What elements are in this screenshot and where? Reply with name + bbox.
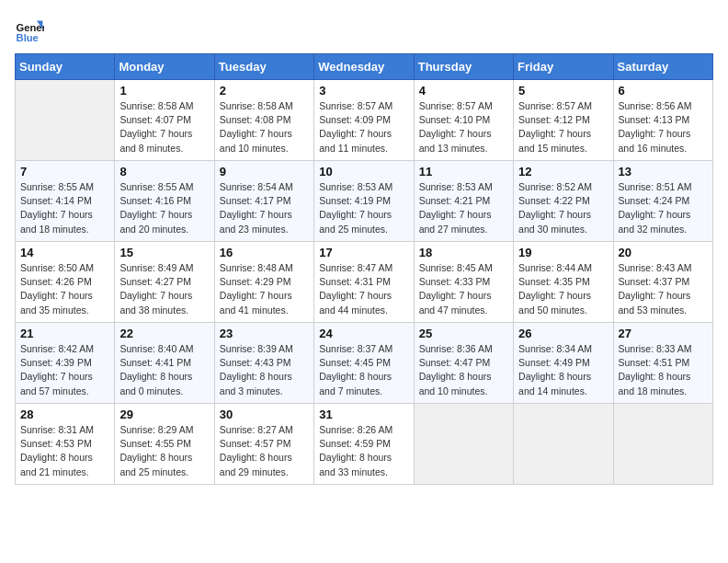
weekday-header: Sunday bbox=[16, 54, 115, 80]
day-info: Sunrise: 8:56 AM Sunset: 4:13 PM Dayligh… bbox=[619, 99, 708, 155]
calendar-cell: 24Sunrise: 8:37 AM Sunset: 4:45 PM Dayli… bbox=[314, 323, 414, 404]
day-number: 29 bbox=[119, 408, 209, 421]
day-number: 5 bbox=[518, 84, 608, 98]
day-number: 27 bbox=[619, 327, 708, 340]
day-number: 30 bbox=[220, 408, 309, 421]
day-info: Sunrise: 8:36 AM Sunset: 4:47 PM Dayligh… bbox=[419, 342, 508, 398]
day-info: Sunrise: 8:47 AM Sunset: 4:31 PM Dayligh… bbox=[319, 261, 408, 317]
day-info: Sunrise: 8:40 AM Sunset: 4:41 PM Dayligh… bbox=[119, 342, 209, 398]
day-info: Sunrise: 8:48 AM Sunset: 4:29 PM Dayligh… bbox=[220, 261, 309, 317]
day-info: Sunrise: 8:53 AM Sunset: 4:19 PM Dayligh… bbox=[319, 180, 408, 236]
day-number: 13 bbox=[619, 165, 708, 178]
day-info: Sunrise: 8:57 AM Sunset: 4:10 PM Dayligh… bbox=[419, 99, 508, 155]
day-number: 19 bbox=[518, 246, 608, 259]
calendar-cell: 10Sunrise: 8:53 AM Sunset: 4:19 PM Dayli… bbox=[314, 161, 414, 242]
page-header: General Blue bbox=[15, 15, 713, 44]
day-info: Sunrise: 8:55 AM Sunset: 4:16 PM Dayligh… bbox=[119, 180, 209, 236]
calendar-cell: 23Sunrise: 8:39 AM Sunset: 4:43 PM Dayli… bbox=[214, 323, 313, 404]
day-number: 8 bbox=[119, 165, 209, 178]
calendar-cell bbox=[613, 404, 712, 485]
calendar-cell bbox=[514, 404, 613, 485]
calendar-cell: 25Sunrise: 8:36 AM Sunset: 4:47 PM Dayli… bbox=[414, 323, 513, 404]
weekday-header: Wednesday bbox=[314, 54, 414, 80]
calendar-cell: 15Sunrise: 8:49 AM Sunset: 4:27 PM Dayli… bbox=[115, 242, 214, 323]
weekday-header: Tuesday bbox=[214, 54, 313, 80]
calendar-cell: 4Sunrise: 8:57 AM Sunset: 4:10 PM Daylig… bbox=[414, 80, 513, 161]
logo-icon: General Blue bbox=[15, 15, 44, 44]
day-number: 1 bbox=[119, 84, 209, 98]
weekday-header: Saturday bbox=[613, 54, 712, 80]
day-info: Sunrise: 8:39 AM Sunset: 4:43 PM Dayligh… bbox=[220, 342, 309, 398]
day-number: 12 bbox=[518, 165, 608, 178]
day-number: 7 bbox=[20, 165, 109, 178]
weekday-header-row: SundayMondayTuesdayWednesdayThursdayFrid… bbox=[16, 54, 713, 80]
calendar-cell bbox=[16, 80, 115, 161]
day-info: Sunrise: 8:55 AM Sunset: 4:14 PM Dayligh… bbox=[20, 180, 109, 236]
calendar-week-row: 7Sunrise: 8:55 AM Sunset: 4:14 PM Daylig… bbox=[16, 161, 713, 242]
calendar-cell: 11Sunrise: 8:53 AM Sunset: 4:21 PM Dayli… bbox=[414, 161, 513, 242]
svg-text:Blue: Blue bbox=[17, 32, 39, 43]
day-number: 2 bbox=[220, 84, 309, 98]
day-number: 23 bbox=[220, 327, 309, 340]
day-number: 3 bbox=[319, 84, 408, 98]
day-number: 11 bbox=[419, 165, 508, 178]
calendar-cell: 2Sunrise: 8:58 AM Sunset: 4:08 PM Daylig… bbox=[214, 80, 313, 161]
weekday-header: Thursday bbox=[414, 54, 513, 80]
calendar-cell: 6Sunrise: 8:56 AM Sunset: 4:13 PM Daylig… bbox=[613, 80, 712, 161]
calendar-cell: 28Sunrise: 8:31 AM Sunset: 4:53 PM Dayli… bbox=[16, 404, 115, 485]
day-number: 24 bbox=[319, 327, 408, 340]
calendar-cell: 9Sunrise: 8:54 AM Sunset: 4:17 PM Daylig… bbox=[214, 161, 313, 242]
weekday-header: Friday bbox=[514, 54, 613, 80]
day-number: 9 bbox=[220, 165, 309, 178]
day-info: Sunrise: 8:58 AM Sunset: 4:08 PM Dayligh… bbox=[220, 99, 309, 155]
day-info: Sunrise: 8:37 AM Sunset: 4:45 PM Dayligh… bbox=[319, 342, 408, 398]
calendar-cell: 26Sunrise: 8:34 AM Sunset: 4:49 PM Dayli… bbox=[514, 323, 613, 404]
logo: General Blue bbox=[15, 15, 44, 44]
calendar-week-row: 28Sunrise: 8:31 AM Sunset: 4:53 PM Dayli… bbox=[16, 404, 713, 485]
day-number: 21 bbox=[20, 327, 109, 340]
calendar-cell: 5Sunrise: 8:57 AM Sunset: 4:12 PM Daylig… bbox=[514, 80, 613, 161]
day-number: 4 bbox=[419, 84, 508, 98]
day-info: Sunrise: 8:44 AM Sunset: 4:35 PM Dayligh… bbox=[518, 261, 608, 317]
calendar-cell: 1Sunrise: 8:58 AM Sunset: 4:07 PM Daylig… bbox=[115, 80, 214, 161]
calendar-cell: 12Sunrise: 8:52 AM Sunset: 4:22 PM Dayli… bbox=[514, 161, 613, 242]
day-info: Sunrise: 8:42 AM Sunset: 4:39 PM Dayligh… bbox=[20, 342, 109, 398]
day-number: 26 bbox=[518, 327, 608, 340]
calendar-cell: 20Sunrise: 8:43 AM Sunset: 4:37 PM Dayli… bbox=[613, 242, 712, 323]
day-info: Sunrise: 8:34 AM Sunset: 4:49 PM Dayligh… bbox=[518, 342, 608, 398]
day-number: 6 bbox=[619, 84, 708, 98]
day-info: Sunrise: 8:50 AM Sunset: 4:26 PM Dayligh… bbox=[20, 261, 109, 317]
day-info: Sunrise: 8:52 AM Sunset: 4:22 PM Dayligh… bbox=[518, 180, 608, 236]
day-info: Sunrise: 8:53 AM Sunset: 4:21 PM Dayligh… bbox=[419, 180, 508, 236]
calendar-cell: 7Sunrise: 8:55 AM Sunset: 4:14 PM Daylig… bbox=[16, 161, 115, 242]
day-number: 25 bbox=[419, 327, 508, 340]
day-info: Sunrise: 8:33 AM Sunset: 4:51 PM Dayligh… bbox=[619, 342, 708, 398]
calendar-week-row: 21Sunrise: 8:42 AM Sunset: 4:39 PM Dayli… bbox=[16, 323, 713, 404]
calendar-table: SundayMondayTuesdayWednesdayThursdayFrid… bbox=[15, 53, 713, 485]
day-info: Sunrise: 8:57 AM Sunset: 4:09 PM Dayligh… bbox=[319, 99, 408, 155]
calendar-cell: 18Sunrise: 8:45 AM Sunset: 4:33 PM Dayli… bbox=[414, 242, 513, 323]
calendar-cell: 30Sunrise: 8:27 AM Sunset: 4:57 PM Dayli… bbox=[214, 404, 313, 485]
day-number: 17 bbox=[319, 246, 408, 259]
calendar-cell: 8Sunrise: 8:55 AM Sunset: 4:16 PM Daylig… bbox=[115, 161, 214, 242]
day-number: 10 bbox=[319, 165, 408, 178]
day-info: Sunrise: 8:57 AM Sunset: 4:12 PM Dayligh… bbox=[518, 99, 608, 155]
calendar-cell: 3Sunrise: 8:57 AM Sunset: 4:09 PM Daylig… bbox=[314, 80, 414, 161]
calendar-cell bbox=[414, 404, 513, 485]
calendar-cell: 13Sunrise: 8:51 AM Sunset: 4:24 PM Dayli… bbox=[613, 161, 712, 242]
calendar-cell: 19Sunrise: 8:44 AM Sunset: 4:35 PM Dayli… bbox=[514, 242, 613, 323]
calendar-week-row: 1Sunrise: 8:58 AM Sunset: 4:07 PM Daylig… bbox=[16, 80, 713, 161]
day-info: Sunrise: 8:31 AM Sunset: 4:53 PM Dayligh… bbox=[20, 423, 109, 479]
day-number: 16 bbox=[220, 246, 309, 259]
day-number: 15 bbox=[119, 246, 209, 259]
day-info: Sunrise: 8:43 AM Sunset: 4:37 PM Dayligh… bbox=[619, 261, 708, 317]
weekday-header: Monday bbox=[115, 54, 214, 80]
calendar-cell: 31Sunrise: 8:26 AM Sunset: 4:59 PM Dayli… bbox=[314, 404, 414, 485]
day-info: Sunrise: 8:51 AM Sunset: 4:24 PM Dayligh… bbox=[619, 180, 708, 236]
day-number: 31 bbox=[319, 408, 408, 421]
calendar-cell: 21Sunrise: 8:42 AM Sunset: 4:39 PM Dayli… bbox=[16, 323, 115, 404]
day-info: Sunrise: 8:27 AM Sunset: 4:57 PM Dayligh… bbox=[220, 423, 309, 479]
calendar-cell: 14Sunrise: 8:50 AM Sunset: 4:26 PM Dayli… bbox=[16, 242, 115, 323]
calendar-cell: 29Sunrise: 8:29 AM Sunset: 4:55 PM Dayli… bbox=[115, 404, 214, 485]
day-info: Sunrise: 8:29 AM Sunset: 4:55 PM Dayligh… bbox=[119, 423, 209, 479]
